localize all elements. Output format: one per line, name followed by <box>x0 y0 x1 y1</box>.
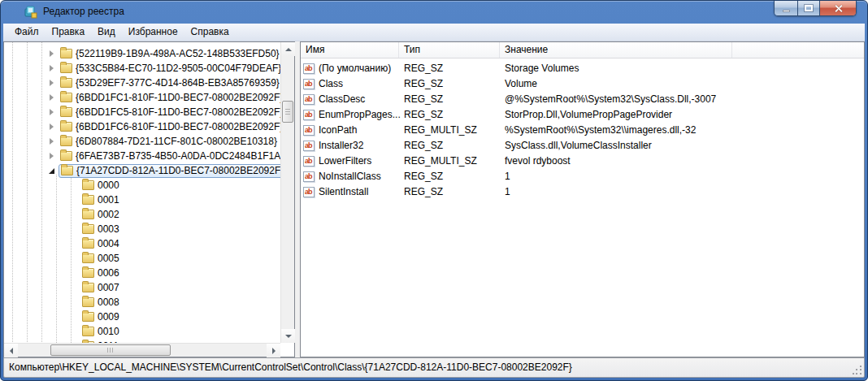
string-value-icon <box>303 63 315 74</box>
value-type: REG_MULTI_SZ <box>404 123 477 138</box>
tree-item[interactable]: 0008 <box>4 295 280 310</box>
tree-item[interactable]: {71A27CDD-812A-11D0-BEC7-08002BE2092F} <box>4 163 280 178</box>
table-row[interactable]: ClassREG_SZVolume <box>301 76 864 92</box>
tree-item[interactable]: 0009 <box>4 310 280 324</box>
expand-arrow-icon[interactable] <box>50 138 54 145</box>
expand-arrow-icon[interactable] <box>50 80 54 86</box>
tree-item-box: 0005 <box>80 252 124 266</box>
value-type: REG_SZ <box>404 184 443 200</box>
folder-icon <box>60 122 72 132</box>
scroll-up-button[interactable] <box>281 42 295 56</box>
value-type: REG_MULTI_SZ <box>404 154 477 169</box>
expand-arrow-icon[interactable] <box>50 50 54 57</box>
table-row[interactable]: ClassDescREG_SZ@%SystemRoot%\System32\Sy… <box>301 92 864 107</box>
tree-item-box: {533C5B84-EC70-11D2-9505-00C04F79DEAF} <box>58 62 280 76</box>
menu-file[interactable]: Файл <box>8 24 46 41</box>
maximize-button[interactable] <box>798 1 820 15</box>
expand-arrow-icon[interactable] <box>50 94 54 101</box>
values-list-pane: Имя Тип Значение (По умолчанию)REG_SZSto… <box>300 41 865 357</box>
scroll-down-button[interactable] <box>281 329 295 343</box>
value-name-cell: ClassDesc <box>303 92 365 107</box>
collapse-arrow-icon[interactable] <box>49 168 54 174</box>
registry-editor-window: Редактор реестра Файл Правка Вид Избранн… <box>0 0 868 381</box>
tree-item[interactable]: {522119B9-1B9A-498A-AC52-148B533EFD50} <box>4 46 280 61</box>
table-row[interactable]: LowerFiltersREG_MULTI_SZfvevol rdyboost <box>301 154 864 169</box>
value-data: Storage Volumes <box>505 61 579 76</box>
tree-item[interactable]: 0006 <box>4 266 280 280</box>
minimize-button[interactable] <box>775 1 798 15</box>
string-value-icon <box>303 110 315 120</box>
folder-icon <box>60 136 72 146</box>
tree-item[interactable]: 0005 <box>4 251 280 266</box>
tree-item[interactable]: 0001 <box>4 193 280 207</box>
titlebar[interactable]: Редактор реестра <box>1 1 867 24</box>
table-row[interactable]: SilentInstallREG_SZ1 <box>301 184 864 200</box>
close-button[interactable] <box>820 1 856 15</box>
value-data: @%SystemRoot%\System32\SysClass.Dll,-300… <box>505 92 716 107</box>
tree-item-box: 0002 <box>80 208 124 222</box>
tree-items: {522119B9-1B9A-498A-AC52-148B533EFD50}{5… <box>4 42 280 343</box>
tree-item[interactable]: {6BDD1FC5-810F-11D0-BEC7-08002BE2092F} <box>4 105 280 119</box>
tree-item[interactable]: 0004 <box>4 236 280 251</box>
menu-view[interactable]: Вид <box>91 24 122 41</box>
registry-app-icon <box>24 6 37 19</box>
table-row[interactable]: (По умолчанию)REG_SZStorage Volumes <box>301 61 864 76</box>
string-value-icon <box>303 94 315 105</box>
menu-edit[interactable]: Правка <box>46 24 92 41</box>
tree-item[interactable]: 0000 <box>4 178 280 193</box>
menu-help[interactable]: Справка <box>184 24 236 41</box>
tree-item-box: 0008 <box>80 296 124 310</box>
column-header-type[interactable]: Тип <box>399 42 500 58</box>
resize-grip-icon[interactable] <box>852 365 862 375</box>
tree-item-label: {53D29EF7-377C-4D14-864B-EB3A85769359} <box>76 77 280 89</box>
tree-vertical-scrollbar[interactable] <box>280 42 294 343</box>
value-data: 1 <box>505 169 510 184</box>
column-header-name[interactable]: Имя <box>301 42 399 58</box>
registry-path: Компьютер\HKEY_LOCAL_MACHINE\SYSTEM\Curr… <box>9 358 572 377</box>
table-row[interactable]: IconPathREG_MULTI_SZ%SystemRoot%\System3… <box>301 123 864 138</box>
tree-item[interactable]: {6BDD1FC6-810F-11D0-BEC7-08002BE2092F} <box>4 119 280 134</box>
tree-item[interactable]: 0002 <box>4 207 280 222</box>
tree-item[interactable]: {533C5B84-EC70-11D2-9505-00C04F79DEAF} <box>4 61 280 76</box>
window-title: Редактор реестра <box>43 1 124 23</box>
expand-arrow-icon[interactable] <box>50 153 54 159</box>
table-row[interactable]: NoInstallClassREG_SZ1 <box>301 169 864 184</box>
tree-item-box: 0006 <box>80 266 124 280</box>
horizontal-scroll-thumb[interactable] <box>50 344 171 356</box>
column-header-value[interactable]: Значение <box>500 42 732 58</box>
value-name-cell: Class <box>303 76 343 92</box>
string-value-icon <box>303 79 315 89</box>
minimize-icon <box>783 10 790 12</box>
tree-item[interactable]: 0010 <box>4 324 280 339</box>
table-row[interactable]: Installer32REG_SZSysClass.dll,VolumeClas… <box>301 138 864 154</box>
expand-arrow-icon[interactable] <box>50 109 54 115</box>
value-name: ClassDesc <box>319 92 365 107</box>
tree-item[interactable]: {6D807884-7D21-11CF-801C-08002BE10318} <box>4 134 280 149</box>
tree-horizontal-scrollbar[interactable] <box>4 343 280 357</box>
tree-item[interactable]: 0003 <box>4 222 280 236</box>
tree-item-label: 0009 <box>98 311 119 323</box>
value-data: 1 <box>505 184 510 200</box>
tree-item-label: 0010 <box>98 326 119 337</box>
tree-item[interactable]: {53D29EF7-377C-4D14-864B-EB3A85769359} <box>4 76 280 90</box>
string-value-icon <box>303 171 315 182</box>
menu-favorites[interactable]: Избранное <box>122 24 184 41</box>
vertical-scroll-thumb[interactable] <box>282 101 293 123</box>
tree-item-label: 0000 <box>98 180 119 191</box>
scroll-left-button[interactable] <box>4 344 18 357</box>
table-row[interactable]: EnumPropPages...REG_SZStorProp.Dll,Volum… <box>301 107 864 123</box>
tree-item[interactable]: {6FAE73B7-B735-4B50-A0DA-0DC2484B1F1A} <box>4 149 280 163</box>
arrow-left-icon <box>10 348 13 354</box>
value-data: %SystemRoot%\System32\\imageres.dll,-32 <box>505 123 696 138</box>
scroll-right-button[interactable] <box>267 344 280 357</box>
expand-arrow-icon[interactable] <box>50 123 54 130</box>
expand-arrow-icon[interactable] <box>50 65 54 71</box>
folder-icon <box>60 49 72 58</box>
folder-icon <box>82 224 94 234</box>
value-name-cell: EnumPropPages... <box>303 107 401 123</box>
menu-bar: Файл Правка Вид Избранное Справка <box>3 24 865 41</box>
tree-item[interactable]: 0007 <box>4 280 280 295</box>
value-rows: (По умолчанию)REG_SZStorage VolumesClass… <box>301 61 864 357</box>
value-name: LowerFilters <box>319 154 371 169</box>
tree-item[interactable]: {6BDD1FC1-810F-11D0-BEC7-08002BE2092F} <box>4 90 280 105</box>
